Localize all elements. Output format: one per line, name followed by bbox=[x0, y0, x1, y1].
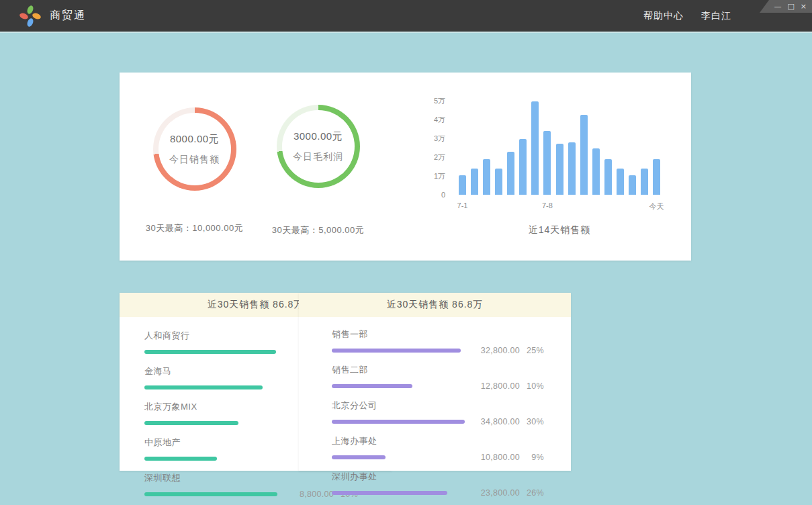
rank-bar-line: 12,800.0010% bbox=[332, 381, 544, 391]
sales-donut-label: 今日销售额 bbox=[169, 154, 220, 166]
rank-bar bbox=[332, 384, 412, 388]
rank-bar-line: 34,800.0030% bbox=[332, 417, 544, 426]
sales-bar bbox=[495, 169, 502, 195]
sales-bar bbox=[507, 152, 514, 195]
sales-bar bbox=[592, 148, 600, 195]
rank-item-percent: 26% bbox=[520, 488, 544, 498]
rank-item-amount: 34,800.00 bbox=[471, 417, 520, 426]
rank-item-name: 深圳办事处 bbox=[332, 471, 544, 483]
sales-bar bbox=[580, 115, 588, 195]
rank-item-values: 32,800.0025% bbox=[471, 346, 544, 355]
rank-bar-line: 32,800.0025% bbox=[332, 346, 544, 355]
profit-donut-value: 3000.00元 bbox=[294, 130, 343, 143]
rank-bar bbox=[332, 491, 447, 495]
pinwheel-logo-icon bbox=[19, 5, 42, 28]
sales-bar bbox=[568, 142, 576, 195]
x-tick-label: 7-8 bbox=[542, 201, 553, 210]
rank-bar-track bbox=[332, 384, 466, 388]
bar-chart-title: 近14天销售额 bbox=[459, 224, 660, 236]
rank-item-percent: 10% bbox=[520, 381, 544, 391]
department-rank-card: 近30天销售额 86.8万 销售一部32,800.0025%销售二部12,800… bbox=[299, 293, 571, 471]
x-tick-label: 今天 bbox=[649, 201, 664, 212]
y-tick-label: 0 bbox=[425, 190, 445, 199]
rank-bar-track bbox=[332, 420, 466, 424]
sales-bar bbox=[641, 169, 648, 195]
bar-chart-yaxis: 01万2万3万4万5万 bbox=[425, 94, 445, 195]
rank-item-name: 销售一部 bbox=[332, 328, 544, 340]
overview-card: 8000.00元 今日销售额 30天最高：10,000.00元 3000.00元… bbox=[120, 73, 691, 261]
main-area: 8000.00元 今日销售额 30天最高：10,000.00元 3000.00元… bbox=[0, 32, 812, 505]
sales-bar bbox=[543, 131, 551, 195]
rank-bar bbox=[144, 457, 217, 461]
sales-donut-center: 8000.00元 今日销售额 bbox=[159, 113, 231, 185]
rank-row: 销售二部12,800.0010% bbox=[332, 364, 544, 391]
sales-bar bbox=[483, 159, 490, 195]
profit-donut-center: 3000.00元 今日毛利润 bbox=[282, 110, 355, 183]
rank-bar-track bbox=[144, 457, 279, 461]
rank-item-values: 10,800.009% bbox=[471, 453, 544, 462]
sales-trend-chart: 01万2万3万4万5万 7-17-8今天 近14天销售额 bbox=[425, 87, 680, 248]
rank-item-values: 12,800.0010% bbox=[471, 381, 544, 391]
sales-bar bbox=[653, 159, 660, 195]
maximize-button[interactable]: □ bbox=[787, 3, 794, 10]
today-sales-widget: 8000.00元 今日销售额 30天最高：10,000.00元 bbox=[136, 107, 253, 234]
sales-30d-max: 30天最高：10,000.00元 bbox=[146, 222, 243, 234]
y-tick-label: 5万 bbox=[425, 96, 445, 105]
profit-donut-chart: 3000.00元 今日毛利润 bbox=[277, 105, 360, 188]
rank-bar-track bbox=[144, 350, 279, 354]
rank-item-name: 上海办事处 bbox=[332, 435, 544, 447]
sales-bar bbox=[471, 169, 478, 195]
close-button[interactable]: × bbox=[801, 3, 807, 10]
rank-bar-line: 23,800.0026% bbox=[332, 488, 544, 498]
rank-item-percent: 9% bbox=[520, 453, 544, 462]
user-name[interactable]: 李白江 bbox=[701, 10, 731, 22]
sales-donut-value: 8000.00元 bbox=[170, 133, 219, 146]
profit-donut-label: 今日毛利润 bbox=[293, 151, 343, 163]
sales-donut-chart: 8000.00元 今日销售额 bbox=[153, 107, 236, 191]
rank-item-name: 北京分公司 bbox=[332, 400, 544, 412]
sales-bar bbox=[604, 159, 612, 195]
profit-30d-max: 30天最高：5,000.00元 bbox=[272, 224, 365, 236]
rank-bar bbox=[144, 492, 277, 496]
y-tick-label: 2万 bbox=[425, 152, 445, 162]
app-title: 商贸通 bbox=[50, 9, 86, 23]
rank-item-amount: 12,800.00 bbox=[471, 381, 520, 391]
rank-bar-track bbox=[144, 421, 279, 425]
rank-bar-track bbox=[144, 385, 279, 389]
rank-bar-track bbox=[144, 492, 279, 496]
rank-item-percent: 25% bbox=[520, 346, 544, 355]
rank-item-amount: 23,800.00 bbox=[471, 488, 520, 498]
help-center-link[interactable]: 帮助中心 bbox=[643, 10, 684, 22]
rank-bar bbox=[332, 349, 461, 353]
y-tick-label: 3万 bbox=[425, 134, 445, 143]
rank-item-amount: 32,800.00 bbox=[471, 346, 520, 355]
minimize-button[interactable]: — bbox=[774, 3, 781, 10]
department-rank-list: 销售一部32,800.0025%销售二部12,800.0010%北京分公司34,… bbox=[299, 317, 571, 498]
rank-item-values: 23,800.0026% bbox=[471, 488, 544, 498]
rank-bar-track bbox=[332, 455, 466, 459]
rank-bar bbox=[332, 420, 465, 424]
app-header: 商贸通 帮助中心 李白江 — □ × bbox=[0, 0, 812, 32]
rank-bar bbox=[144, 385, 263, 389]
rank-row: 销售一部32,800.0025% bbox=[332, 328, 544, 355]
rank-row: 北京分公司34,800.0030% bbox=[332, 400, 544, 426]
sales-bar bbox=[556, 144, 563, 195]
rank-bar-line: 10,800.009% bbox=[332, 453, 544, 462]
rank-bar bbox=[332, 455, 386, 459]
window-titlebar: — □ × bbox=[760, 0, 812, 13]
department-rank-title: 近30天销售额 86.8万 bbox=[299, 293, 571, 317]
rank-bar-track bbox=[332, 491, 466, 495]
today-profit-widget: 3000.00元 今日毛利润 30天最高：5,000.00元 bbox=[259, 105, 377, 236]
rank-row: 深圳办事处23,800.0026% bbox=[332, 471, 544, 498]
sales-bar bbox=[617, 169, 624, 195]
sales-bar bbox=[629, 175, 636, 195]
sales-bar bbox=[531, 101, 539, 195]
y-tick-label: 1万 bbox=[425, 171, 445, 181]
rank-row: 上海办事处10,800.009% bbox=[332, 435, 544, 462]
rank-item-amount: 10,800.00 bbox=[471, 453, 520, 462]
rank-item-values: 34,800.0030% bbox=[471, 417, 544, 426]
bar-chart-plot bbox=[459, 94, 660, 195]
rank-bar-track bbox=[332, 349, 466, 353]
sales-bar bbox=[519, 139, 527, 195]
y-tick-label: 4万 bbox=[425, 115, 445, 124]
